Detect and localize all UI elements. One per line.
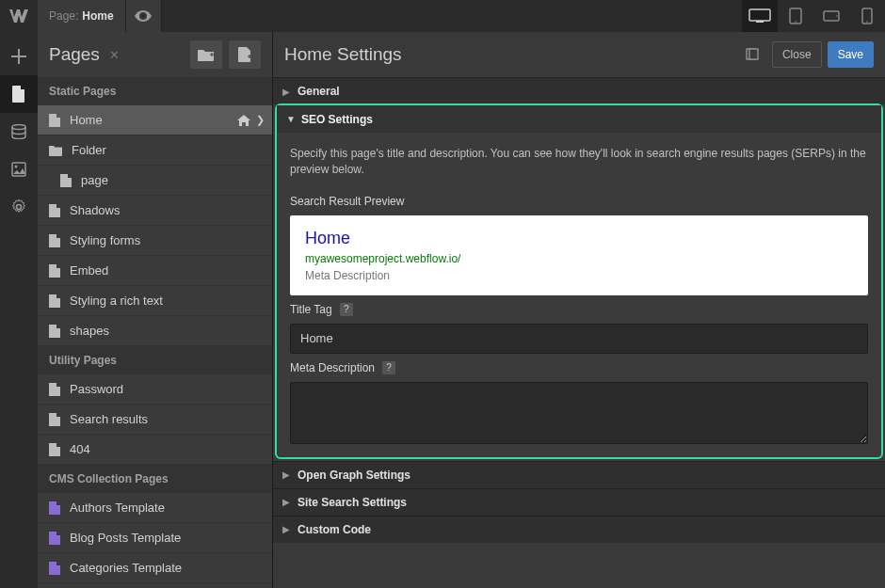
svg-point-6: [836, 15, 838, 17]
crumb-value: Home: [82, 9, 113, 23]
template-icon: [49, 501, 60, 515]
pages-panel: Pages ✕ Static Pages Home❯FolderpageShad…: [38, 32, 273, 588]
template-icon: [49, 532, 60, 545]
preview-toggle[interactable]: [126, 0, 162, 32]
pages-nav-button[interactable]: [0, 75, 38, 113]
assets-nav-button[interactable]: [0, 151, 38, 188]
page-icon: [49, 325, 60, 338]
page-item-label: Search results: [70, 412, 148, 426]
page-item-label: Embed: [70, 263, 108, 278]
chevron-right-icon: ❯: [256, 114, 265, 126]
page-icon: [49, 443, 60, 456]
seo-settings-section: ▼ SEO Settings Specify this page's title…: [275, 103, 883, 459]
page-item[interactable]: Search results: [38, 405, 272, 435]
page-item[interactable]: Folder: [38, 135, 272, 166]
crumb-label: Page:: [49, 9, 78, 23]
home-icon: [237, 115, 250, 126]
serp-url: myawesomeproject.webflow.io/: [305, 252, 853, 265]
pages-panel-title: Pages: [49, 44, 100, 65]
title-tag-label: Title Tag ?: [277, 303, 881, 316]
page-item[interactable]: shapes: [38, 316, 272, 346]
svg-rect-2: [756, 21, 764, 23]
page-item[interactable]: Authors Template: [38, 493, 272, 523]
chevron-right-icon: ▶: [282, 87, 290, 97]
page-item[interactable]: Shadows: [38, 196, 272, 226]
serp-preview: Home myawesomeproject.webflow.io/ Meta D…: [290, 215, 868, 295]
page-item[interactable]: Categories Template: [38, 553, 272, 583]
close-pages-panel-icon[interactable]: ✕: [109, 48, 120, 62]
meta-desc-label: Meta Description ?: [277, 361, 881, 374]
cms-pages-label: CMS Collection Pages: [38, 465, 272, 493]
add-element-button[interactable]: [0, 38, 38, 75]
page-icon: [49, 413, 60, 426]
device-tablet-button[interactable]: [778, 0, 813, 32]
duplicate-page-button[interactable]: [738, 41, 766, 68]
page-icon: [49, 234, 60, 247]
page-item-label: Styling a rich text: [70, 294, 163, 308]
page-item-label: Home: [70, 113, 103, 127]
new-folder-button[interactable]: [190, 40, 222, 69]
seo-description-text: Specify this page's title and descriptio…: [277, 133, 881, 187]
new-page-button[interactable]: [229, 40, 261, 69]
accordion-custom-code[interactable]: ▶ Custom Code: [273, 516, 885, 543]
page-item[interactable]: page: [38, 166, 272, 196]
page-item-label: Folder: [72, 143, 106, 157]
svg-point-4: [795, 21, 796, 23]
template-icon: [49, 562, 60, 575]
settings-title: Home Settings: [284, 44, 402, 65]
static-pages-label: Static Pages: [38, 77, 272, 105]
device-phone-portrait-button[interactable]: [849, 0, 885, 32]
page-item-label: Shadows: [70, 203, 120, 217]
utility-pages-label: Utility Pages: [38, 346, 272, 374]
page-item-label: Styling forms: [70, 233, 140, 247]
close-button[interactable]: Close: [772, 41, 822, 68]
page-item-label: 404: [70, 442, 90, 456]
svg-point-12: [17, 205, 22, 210]
chevron-down-icon: ▼: [286, 114, 296, 124]
help-icon[interactable]: ?: [340, 303, 353, 316]
device-desktop-button[interactable]: [742, 0, 778, 32]
folder-icon: [49, 145, 62, 156]
svg-point-8: [866, 21, 868, 23]
page-item-label: shapes: [70, 324, 109, 338]
page-item[interactable]: 404: [38, 435, 272, 465]
page-icon: [49, 204, 60, 217]
chevron-right-icon: ▶: [282, 469, 290, 480]
webflow-logo[interactable]: [0, 0, 38, 32]
page-item[interactable]: Blog Posts Template: [38, 523, 272, 553]
accordion-seo[interactable]: ▼ SEO Settings: [277, 105, 881, 133]
svg-point-9: [12, 125, 25, 130]
accordion-site-search[interactable]: ▶ Site Search Settings: [273, 488, 885, 516]
svg-rect-1: [749, 9, 770, 21]
accordion-general[interactable]: ▶ General: [273, 77, 885, 104]
settings-panel: Home Settings Close Save ▶ General ▼ SEO…: [273, 32, 885, 588]
device-phone-landscape-button[interactable]: [813, 0, 849, 32]
meta-desc-textarea[interactable]: [290, 382, 868, 444]
page-icon: [49, 383, 60, 396]
page-icon: [49, 114, 60, 127]
page-item[interactable]: Embed: [38, 256, 272, 286]
page-icon: [60, 174, 72, 187]
save-button[interactable]: Save: [828, 41, 874, 68]
accordion-open-graph[interactable]: ▶ Open Graph Settings: [273, 461, 885, 488]
search-preview-label: Search Result Preview: [277, 195, 881, 208]
page-item[interactable]: Styling forms: [38, 226, 272, 256]
chevron-right-icon: ▶: [282, 497, 290, 507]
page-item-label: Blog Posts Template: [70, 531, 181, 545]
page-item[interactable]: Styling a rich text: [38, 286, 272, 316]
cms-nav-button[interactable]: [0, 113, 38, 151]
page-item-label: Categories Template: [70, 561, 182, 575]
help-icon[interactable]: ?: [382, 361, 395, 374]
page-item-label: Authors Template: [70, 501, 165, 515]
page-breadcrumb[interactable]: Page: Home: [38, 0, 126, 32]
page-item[interactable]: Password: [38, 374, 272, 405]
left-rail: [0, 32, 38, 588]
title-tag-input[interactable]: [290, 324, 868, 354]
svg-point-11: [15, 166, 18, 168]
svg-rect-14: [749, 49, 758, 59]
page-item[interactable]: Home❯: [38, 105, 272, 135]
settings-nav-button[interactable]: [0, 188, 38, 226]
page-item-label: Password: [70, 382, 123, 396]
svg-point-0: [141, 14, 145, 18]
page-item-label: page: [81, 173, 108, 187]
